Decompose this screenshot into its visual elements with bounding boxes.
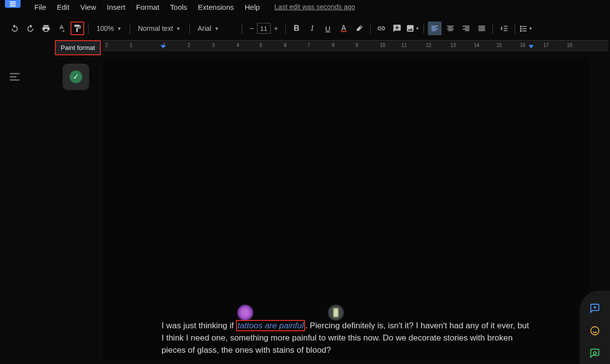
align-left-button[interactable] xyxy=(428,22,442,35)
ruler-number: 7 xyxy=(307,43,310,48)
add-comment-rail-button[interactable] xyxy=(589,302,601,314)
print-button[interactable] xyxy=(39,22,53,35)
right-rail xyxy=(580,291,610,364)
ruler-number: 14 xyxy=(474,43,479,48)
style-value: Normal text xyxy=(138,24,173,32)
menu-edit[interactable]: Edit xyxy=(52,1,74,13)
font-size-input[interactable]: 11 xyxy=(257,23,271,34)
align-center-button[interactable] xyxy=(444,22,457,35)
checklist-button[interactable]: ▼ xyxy=(519,22,533,35)
divider xyxy=(130,23,130,34)
menubar: File Edit View Insert Format Tools Exten… xyxy=(29,0,605,14)
ruler[interactable]: 21123456789101112131415161718 xyxy=(103,40,609,51)
document-body-text[interactable]: I was just thinking if tattoos are painf… xyxy=(162,319,531,356)
decrease-font-button[interactable]: − xyxy=(246,23,257,34)
spellcheck-button[interactable] xyxy=(55,22,69,35)
ruler-number: 17 xyxy=(543,43,549,48)
bold-button[interactable]: B xyxy=(290,22,304,35)
ruler-number: 4 xyxy=(236,43,239,48)
add-comment-button[interactable] xyxy=(390,22,404,35)
divider xyxy=(370,23,371,34)
docs-app-icon[interactable] xyxy=(5,0,21,8)
ruler-number: 3 xyxy=(212,43,215,48)
ruler-number: 2 xyxy=(105,43,108,48)
collaborator-cursor-2 xyxy=(328,305,344,320)
indent-marker[interactable] xyxy=(161,45,165,48)
caret-down-icon: ▼ xyxy=(117,26,122,31)
divider xyxy=(189,23,190,34)
menu-help[interactable]: Help xyxy=(240,1,265,13)
menu-tools[interactable]: Tools xyxy=(165,1,192,13)
divider xyxy=(242,23,242,34)
zoom-value: 100% xyxy=(96,24,114,32)
collaborator-cursor-1 xyxy=(237,305,253,320)
ruler-number: 6 xyxy=(284,43,287,48)
insert-link-button[interactable] xyxy=(375,22,388,35)
outline-sidebar xyxy=(0,59,29,352)
increase-font-button[interactable]: + xyxy=(271,23,282,34)
menu-format[interactable]: Format xyxy=(131,1,164,13)
divider xyxy=(88,23,89,34)
align-justify-button[interactable] xyxy=(475,22,489,35)
divider xyxy=(515,23,515,34)
font-size-control: − 11 + xyxy=(246,22,282,35)
suggest-edits-rail-button[interactable] xyxy=(589,347,601,359)
underline-button[interactable]: U xyxy=(321,22,335,35)
paint-format-tooltip: Paint format xyxy=(55,40,101,55)
divider xyxy=(423,23,424,34)
ruler-number: 8 xyxy=(332,43,335,48)
check-icon: ✓ xyxy=(70,70,82,83)
svg-point-1 xyxy=(591,327,599,335)
italic-button[interactable]: I xyxy=(305,22,319,35)
font-select[interactable]: Arial ▼ xyxy=(194,22,238,35)
insert-image-button[interactable]: ▼ xyxy=(406,22,420,35)
ruler-number: 13 xyxy=(450,43,456,48)
ruler-number: 12 xyxy=(426,43,431,48)
outline-icon[interactable] xyxy=(8,70,21,83)
toolbar: 100% ▼ Normal text ▼ Arial ▼ − 11 + B I … xyxy=(4,19,606,38)
ruler-number: 16 xyxy=(520,43,525,48)
ruler-number: 18 xyxy=(567,43,572,48)
paragraph-style-select[interactable]: Normal text ▼ xyxy=(134,22,186,35)
ruler-number: 9 xyxy=(355,43,358,48)
highlighted-phrase[interactable]: tattoos are painful xyxy=(236,320,305,331)
spelling-check-badge[interactable]: ✓ xyxy=(63,64,89,90)
divider xyxy=(493,23,493,34)
ruler-number: 11 xyxy=(401,43,407,48)
menu-file[interactable]: File xyxy=(29,1,51,13)
ruler-number: 10 xyxy=(380,43,385,48)
emoji-rail-button[interactable] xyxy=(589,325,601,337)
last-edit-link[interactable]: Last edit was seconds ago xyxy=(275,3,355,11)
menu-extensions[interactable]: Extensions xyxy=(193,1,238,13)
menu-insert[interactable]: Insert xyxy=(102,1,130,13)
zoom-select[interactable]: 100% ▼ xyxy=(93,22,126,35)
caret-down-icon: ▼ xyxy=(176,26,181,31)
text-pre: I was just thinking if xyxy=(162,321,236,330)
align-right-button[interactable] xyxy=(459,22,473,35)
divider xyxy=(285,23,286,34)
ruler-number: 5 xyxy=(259,43,262,48)
menu-view[interactable]: View xyxy=(75,1,101,13)
font-value: Arial xyxy=(198,24,211,32)
svg-rect-0 xyxy=(341,31,347,32)
document-page[interactable]: I was just thinking if tattoos are painf… xyxy=(103,58,589,361)
highlight-color-button[interactable] xyxy=(352,22,366,35)
undo-button[interactable] xyxy=(8,22,22,35)
caret-down-icon: ▼ xyxy=(214,26,219,31)
line-spacing-button[interactable] xyxy=(497,22,511,35)
text-color-button[interactable] xyxy=(337,22,351,35)
ruler-number: 1 xyxy=(130,43,133,48)
ruler-number: 2 xyxy=(188,43,190,48)
paint-format-button[interactable] xyxy=(70,22,84,35)
ruler-number: 15 xyxy=(496,43,502,48)
indent-marker-right[interactable] xyxy=(529,45,534,48)
redo-button[interactable] xyxy=(23,22,37,35)
